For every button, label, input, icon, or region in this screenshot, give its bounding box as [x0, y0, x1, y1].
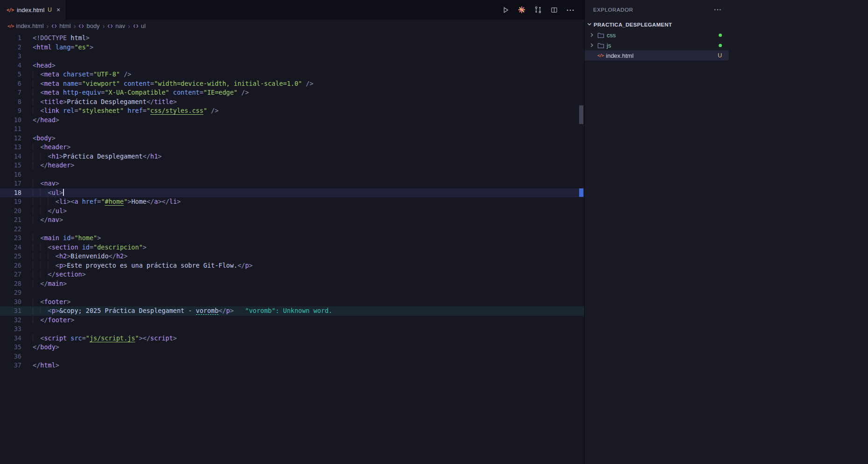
code-line[interactable]: 35</body> — [0, 343, 584, 352]
line-number[interactable]: 36 — [0, 352, 21, 361]
code-line[interactable]: 12<body> — [0, 134, 584, 143]
line-number[interactable]: 11 — [0, 125, 21, 134]
code-line[interactable]: 34 <script src="js/script.js"></script> — [0, 334, 584, 343]
extension-star-icon[interactable] — [518, 6, 525, 14]
code-line[interactable]: 17 <nav> — [0, 179, 584, 188]
split-editor-icon[interactable] — [551, 7, 558, 14]
code-token: "IE=edge" — [203, 89, 238, 96]
line-number[interactable]: 12 — [0, 134, 21, 143]
breadcrumb-item-ul[interactable]: ul — [133, 22, 146, 29]
code-line[interactable]: 32 </footer> — [0, 316, 584, 325]
code-line[interactable]: 30 <footer> — [0, 298, 584, 307]
code-line[interactable]: 20 </ul> — [0, 207, 584, 216]
code-line[interactable]: 28 </main> — [0, 279, 584, 289]
line-number[interactable]: 24 — [0, 243, 21, 252]
line-number[interactable]: 31 — [0, 306, 21, 316]
code-line[interactable]: 37</html> — [0, 361, 584, 370]
line-number[interactable]: 28 — [0, 279, 21, 289]
line-number[interactable]: 19 — [0, 197, 21, 207]
line-number[interactable]: 26 — [0, 261, 21, 270]
code-line[interactable]: 13 <header> — [0, 143, 584, 152]
line-number[interactable]: 21 — [0, 215, 21, 225]
code-line[interactable]: 4<head> — [0, 61, 584, 70]
code-line[interactable]: 25 <h2>Bienvenido</h2> — [0, 252, 584, 261]
tab-close-icon[interactable]: × — [56, 6, 60, 14]
line-number[interactable]: 29 — [0, 288, 21, 298]
code-line[interactable]: 18 <ul> — [0, 188, 584, 198]
code-editor[interactable]: 1<!DOCTYPE html>2<html lang="es">34<head… — [0, 32, 584, 370]
link-token[interactable]: #home — [105, 198, 124, 205]
code-line[interactable]: 9 <link rel="stylesheet" href="css/style… — [0, 106, 584, 116]
breadcrumb-item-index-html[interactable]: </>index.html — [7, 22, 44, 29]
line-number[interactable]: 15 — [0, 161, 21, 170]
code-line[interactable]: 21 </nav> — [0, 215, 584, 225]
code-line[interactable]: 5 <meta charset="UTF-8" /> — [0, 70, 584, 79]
line-number[interactable]: 9 — [0, 106, 21, 116]
code-line[interactable]: 10</head> — [0, 116, 584, 125]
code-line[interactable]: 24 <section id="descripcion"> — [0, 243, 584, 252]
code-line[interactable]: 19 <li><a href="#home">Home</a></li> — [0, 197, 584, 207]
scrollbar-thumb[interactable] — [579, 105, 583, 124]
tree-item-index-html[interactable]: </>index.htmlU — [585, 50, 728, 61]
breadcrumb-item-nav[interactable]: nav — [107, 22, 125, 29]
line-number[interactable]: 5 — [0, 70, 21, 79]
line-number[interactable]: 17 — [0, 179, 21, 188]
line-number[interactable]: 10 — [0, 116, 21, 125]
code-line[interactable]: 22 — [0, 225, 584, 234]
code-line[interactable]: 14 <h1>Práctica Desplegament</h1> — [0, 152, 584, 161]
line-number[interactable]: 34 — [0, 334, 21, 343]
code-line[interactable]: 1<!DOCTYPE html> — [0, 34, 584, 43]
code-line[interactable]: 27 </section> — [0, 270, 584, 279]
code-line[interactable]: 33 — [0, 325, 584, 334]
code-token: title — [154, 98, 173, 105]
line-number[interactable]: 22 — [0, 225, 21, 234]
code-token — [33, 307, 48, 314]
tab-index-html[interactable]: </> index.html U × — [0, 0, 66, 20]
code-line[interactable]: 29 — [0, 288, 584, 298]
line-number[interactable]: 30 — [0, 298, 21, 307]
code-line[interactable]: 3 — [0, 52, 584, 61]
code-line[interactable]: 36 — [0, 352, 584, 361]
line-number[interactable]: 33 — [0, 325, 21, 334]
line-number[interactable]: 4 — [0, 61, 21, 70]
line-number[interactable]: 32 — [0, 316, 21, 325]
breadcrumb-item-html[interactable]: html — [51, 22, 71, 29]
code-line[interactable]: 26 <p>Este proyecto es una práctica sobr… — [0, 261, 584, 270]
code-line[interactable]: 11 — [0, 125, 584, 134]
line-number[interactable]: 25 — [0, 252, 21, 261]
code-line[interactable]: 8 <title>Práctica Desplegament</title> — [0, 97, 584, 107]
code-line[interactable]: 2<html lang="es"> — [0, 43, 584, 52]
line-number[interactable]: 6 — [0, 79, 21, 89]
code-line[interactable]: 16 — [0, 170, 584, 180]
code-line[interactable]: 7 <meta http-equiv="X-UA-Compatible" con… — [0, 88, 584, 97]
line-number[interactable]: 20 — [0, 207, 21, 216]
line-number[interactable]: 7 — [0, 88, 21, 97]
workspace-section-header[interactable]: PRACTICA_DESPLEGAMENT — [585, 20, 728, 30]
tree-item-css[interactable]: css — [585, 30, 728, 40]
line-number[interactable]: 35 — [0, 343, 21, 352]
line-number[interactable]: 37 — [0, 361, 21, 370]
line-number[interactable]: 2 — [0, 43, 21, 52]
line-number[interactable]: 27 — [0, 270, 21, 279]
run-icon[interactable] — [502, 7, 509, 14]
code-line[interactable]: 6 <meta name="viewport" content="width=d… — [0, 79, 584, 89]
line-number[interactable]: 16 — [0, 170, 21, 180]
link-token[interactable]: css/styles.css — [150, 107, 203, 114]
code-line[interactable]: 23 <main id="home"> — [0, 234, 584, 243]
line-number[interactable]: 13 — [0, 143, 21, 152]
line-number[interactable]: 18 — [0, 188, 21, 198]
line-number[interactable]: 1 — [0, 34, 21, 43]
explorer-more-actions-icon[interactable]: ··· — [714, 6, 722, 14]
code-line[interactable]: 15 </header> — [0, 161, 584, 170]
line-number[interactable]: 23 — [0, 234, 21, 243]
line-number[interactable]: 3 — [0, 52, 21, 61]
code-line[interactable]: 31 <p>&copy; 2025 Práctica Desplegament … — [0, 306, 584, 316]
line-number[interactable]: 14 — [0, 152, 21, 161]
more-actions-icon[interactable]: ··· — [567, 6, 575, 14]
tree-item-js[interactable]: js — [585, 40, 728, 50]
line-number[interactable]: 8 — [0, 97, 21, 107]
code-line-content: <main id="home"> — [33, 234, 101, 243]
link-token[interactable]: js/script.js — [90, 334, 135, 342]
breadcrumb-item-body[interactable]: body — [78, 22, 99, 29]
compare-changes-icon[interactable] — [534, 6, 542, 14]
